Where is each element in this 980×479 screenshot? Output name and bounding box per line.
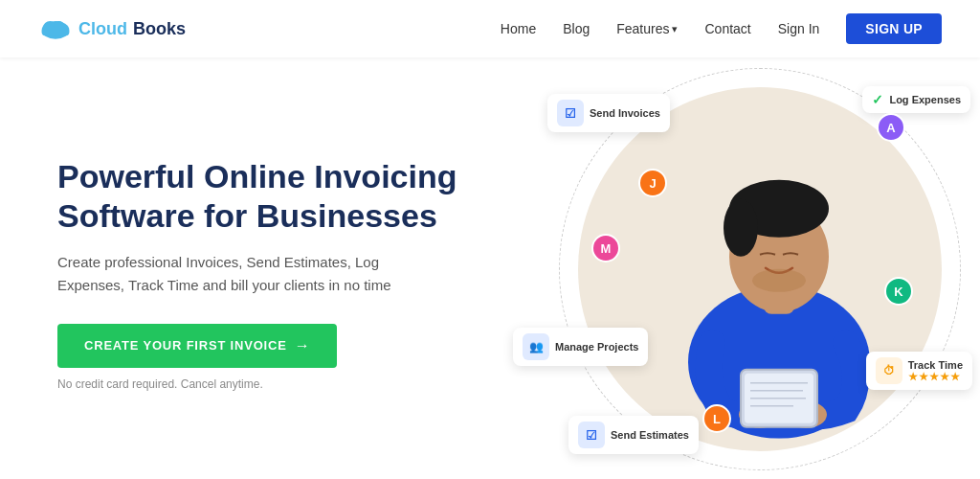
nav-blog[interactable]: Blog [563, 21, 590, 36]
avatar-send-estimates: L [702, 404, 731, 433]
svg-rect-3 [42, 29, 70, 35]
nav-contact[interactable]: Contact [704, 21, 750, 36]
badge-log-expenses-label: Log Expenses [889, 94, 961, 105]
svg-point-8 [724, 199, 758, 257]
no-credit-text: No credit card required. Cancel anytime. [57, 377, 459, 391]
badge-manage-projects-label: Manage Projects [555, 341, 638, 353]
logo-icon [38, 16, 73, 41]
track-time-stars: ★★★★★ [908, 371, 963, 383]
chevron-down-icon: ▾ [672, 23, 678, 35]
avatar-send-invoices: J [638, 169, 667, 197]
badge-manage-projects: 👥 Manage Projects M [513, 328, 648, 366]
main-nav: Home Blog Features ▾ Contact Sign In SIG… [501, 13, 942, 44]
badge-send-invoices: ☑ Send Invoices J [547, 94, 670, 132]
badge-send-invoices-label: Send Invoices [590, 107, 660, 119]
logo-books-text: Books [133, 19, 186, 39]
avatar-track-time: K [884, 277, 913, 306]
cta-label: CREATE YOUR FIRST INVOICE [84, 338, 287, 353]
signup-button[interactable]: SIGN UP [846, 13, 942, 44]
badge-track-time-label: Track Time [908, 359, 963, 371]
logo-cloud-text: Cloud [78, 19, 127, 39]
send-estimates-icon: ☑ [578, 422, 605, 448]
hero-content: Powerful Online Invoicing Software for B… [57, 157, 459, 391]
cta-arrow-icon: → [295, 337, 311, 354]
avatar-log-expenses: A [877, 113, 905, 142]
badge-send-estimates: ☑ Send Estimates L [568, 416, 699, 454]
svg-point-9 [752, 269, 806, 292]
nav-features[interactable]: Features ▾ [616, 21, 678, 36]
avatar-manage-projects: M [591, 234, 620, 262]
cta-button[interactable]: CREATE YOUR FIRST INVOICE → [57, 324, 337, 368]
hero-title: Powerful Online Invoicing Software for B… [57, 157, 459, 236]
send-invoices-icon: ☑ [557, 100, 584, 126]
badge-log-expenses: ✓ Log Expenses A [862, 86, 970, 113]
logo[interactable]: CloudBooks [38, 16, 186, 41]
nav-home[interactable]: Home [501, 21, 536, 36]
hero-illustration: ☑ Send Invoices J ✓ Log Expenses A 👥 Man… [463, 57, 980, 479]
nav-signin[interactable]: Sign In [778, 21, 820, 36]
badge-track-time: ⏱ Track Time ★★★★★ K [866, 352, 972, 390]
log-expenses-checkmark: ✓ [872, 92, 883, 107]
hero-subtitle: Create professional Invoices, Send Estim… [57, 251, 421, 297]
manage-projects-icon: 👥 [523, 333, 549, 360]
track-time-icon: ⏱ [876, 357, 902, 384]
badge-send-estimates-label: Send Estimates [611, 429, 689, 441]
